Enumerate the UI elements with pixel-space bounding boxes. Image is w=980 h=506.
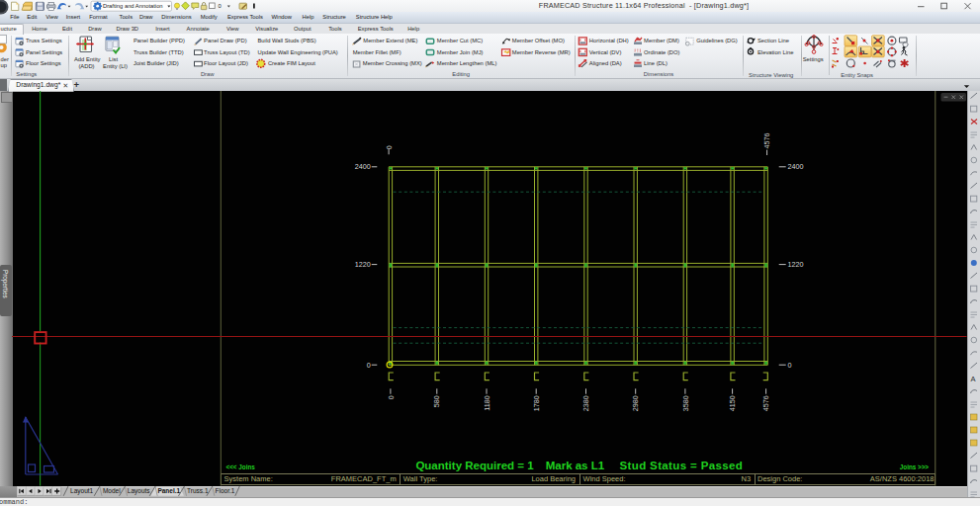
svg-text:0: 0 — [788, 361, 792, 370]
svg-text:2400: 2400 — [788, 162, 804, 171]
svg-text:Drafting and Annotation: Drafting and Annotation — [103, 3, 163, 9]
svg-text:0: 0 — [385, 145, 394, 149]
svg-text:A: A — [971, 375, 976, 383]
svg-text:2980: 2980 — [631, 395, 640, 411]
svg-text:4576: 4576 — [761, 395, 770, 411]
svg-text:1220: 1220 — [788, 260, 804, 269]
svg-text:0: 0 — [218, 3, 221, 9]
svg-text:4576: 4576 — [762, 133, 771, 149]
svg-text:1220: 1220 — [355, 260, 371, 269]
svg-text:3580: 3580 — [681, 395, 690, 411]
svg-text:1180: 1180 — [483, 395, 491, 410]
svg-text:0: 0 — [387, 395, 396, 399]
svg-text:2380: 2380 — [581, 395, 590, 411]
svg-text:4150: 4150 — [728, 395, 737, 411]
svg-text:0: 0 — [367, 361, 371, 370]
svg-text:1780: 1780 — [532, 395, 541, 411]
svg-text:580: 580 — [432, 395, 441, 407]
svg-text:2400: 2400 — [355, 162, 371, 171]
